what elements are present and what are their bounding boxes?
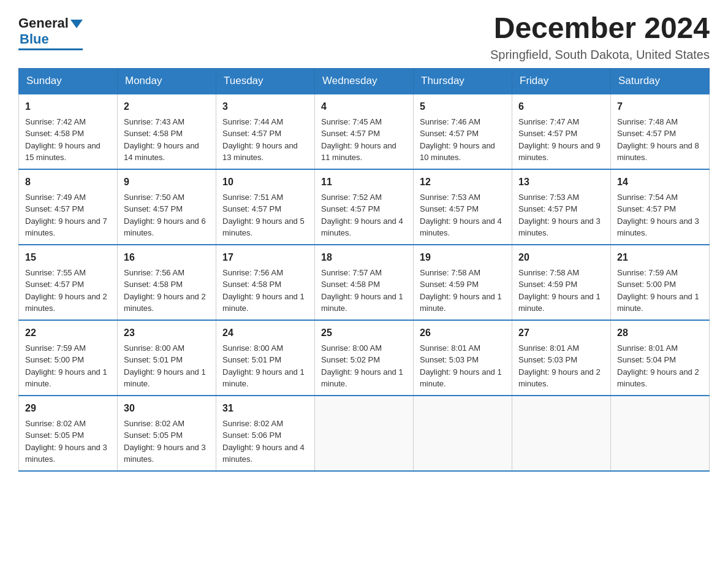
title-section: December 2024 Springfield, South Dakota,… <box>490 12 710 62</box>
table-row <box>414 396 512 471</box>
day-number: 2 <box>124 99 210 114</box>
day-number: 10 <box>222 175 308 190</box>
day-info: Sunrise: 7:49 AMSunset: 4:57 PMDaylight:… <box>25 193 107 238</box>
table-row: 25 Sunrise: 8:00 AMSunset: 5:02 PMDaylig… <box>315 320 414 396</box>
day-number: 29 <box>25 401 111 416</box>
logo: General Blue <box>18 15 83 50</box>
day-info: Sunrise: 7:47 AMSunset: 4:57 PMDaylight:… <box>518 117 601 163</box>
day-number: 9 <box>124 175 210 190</box>
day-info: Sunrise: 8:01 AMSunset: 5:03 PMDaylight:… <box>420 343 502 389</box>
day-info: Sunrise: 7:59 AMSunset: 5:00 PMDaylight:… <box>25 343 107 389</box>
header-saturday: Saturday <box>611 68 710 94</box>
day-info: Sunrise: 7:58 AMSunset: 4:59 PMDaylight:… <box>420 268 502 313</box>
day-info: Sunrise: 7:50 AMSunset: 4:57 PMDaylight:… <box>124 193 206 238</box>
day-number: 19 <box>420 250 506 265</box>
table-row: 7 Sunrise: 7:48 AMSunset: 4:57 PMDayligh… <box>611 94 710 169</box>
location-title: Springfield, South Dakota, United States <box>490 48 710 62</box>
day-info: Sunrise: 7:59 AMSunset: 5:00 PMDaylight:… <box>617 268 699 313</box>
calendar-week-row: 29 Sunrise: 8:02 AMSunset: 5:05 PMDaylig… <box>19 396 710 471</box>
table-row <box>315 396 414 471</box>
calendar-week-row: 15 Sunrise: 7:55 AMSunset: 4:57 PMDaylig… <box>19 245 710 320</box>
day-number: 6 <box>518 99 604 114</box>
day-number: 4 <box>321 99 407 114</box>
day-info: Sunrise: 7:42 AMSunset: 4:58 PMDaylight:… <box>25 117 100 163</box>
month-title: December 2024 <box>490 12 710 45</box>
day-info: Sunrise: 8:00 AMSunset: 5:01 PMDaylight:… <box>222 343 305 389</box>
table-row <box>611 396 710 471</box>
table-row: 29 Sunrise: 8:02 AMSunset: 5:05 PMDaylig… <box>19 396 118 471</box>
table-row: 9 Sunrise: 7:50 AMSunset: 4:57 PMDayligh… <box>118 169 216 245</box>
table-row: 3 Sunrise: 7:44 AMSunset: 4:57 PMDayligh… <box>216 94 315 169</box>
table-row: 6 Sunrise: 7:47 AMSunset: 4:57 PMDayligh… <box>512 94 611 169</box>
table-row: 17 Sunrise: 7:56 AMSunset: 4:58 PMDaylig… <box>216 245 315 320</box>
calendar-week-row: 22 Sunrise: 7:59 AMSunset: 5:00 PMDaylig… <box>19 320 710 396</box>
table-row: 23 Sunrise: 8:00 AMSunset: 5:01 PMDaylig… <box>118 320 216 396</box>
page-header: General Blue December 2024 Springfield, … <box>18 12 710 62</box>
day-info: Sunrise: 8:00 AMSunset: 5:02 PMDaylight:… <box>321 343 403 389</box>
day-number: 13 <box>518 175 604 190</box>
table-row: 26 Sunrise: 8:01 AMSunset: 5:03 PMDaylig… <box>414 320 512 396</box>
day-info: Sunrise: 7:48 AMSunset: 4:57 PMDaylight:… <box>617 117 699 163</box>
table-row: 22 Sunrise: 7:59 AMSunset: 5:00 PMDaylig… <box>19 320 118 396</box>
day-number: 16 <box>124 250 210 265</box>
table-row: 21 Sunrise: 7:59 AMSunset: 5:00 PMDaylig… <box>611 245 710 320</box>
calendar-week-row: 8 Sunrise: 7:49 AMSunset: 4:57 PMDayligh… <box>19 169 710 245</box>
table-row: 16 Sunrise: 7:56 AMSunset: 4:58 PMDaylig… <box>118 245 216 320</box>
header-monday: Monday <box>118 68 216 94</box>
header-thursday: Thursday <box>414 68 512 94</box>
table-row: 14 Sunrise: 7:54 AMSunset: 4:57 PMDaylig… <box>611 169 710 245</box>
table-row: 18 Sunrise: 7:57 AMSunset: 4:58 PMDaylig… <box>315 245 414 320</box>
table-row: 11 Sunrise: 7:52 AMSunset: 4:57 PMDaylig… <box>315 169 414 245</box>
day-number: 24 <box>222 326 308 340</box>
day-info: Sunrise: 7:56 AMSunset: 4:58 PMDaylight:… <box>124 268 206 313</box>
weekday-header-row: Sunday Monday Tuesday Wednesday Thursday… <box>19 68 710 94</box>
calendar-week-row: 1 Sunrise: 7:42 AMSunset: 4:58 PMDayligh… <box>19 94 710 169</box>
day-number: 11 <box>321 175 407 190</box>
logo-general-text: General <box>18 15 69 31</box>
day-info: Sunrise: 7:52 AMSunset: 4:57 PMDaylight:… <box>321 193 403 238</box>
day-number: 27 <box>518 326 604 340</box>
day-info: Sunrise: 7:45 AMSunset: 4:57 PMDaylight:… <box>321 117 396 163</box>
table-row: 28 Sunrise: 8:01 AMSunset: 5:04 PMDaylig… <box>611 320 710 396</box>
day-number: 1 <box>25 99 111 114</box>
calendar-table: Sunday Monday Tuesday Wednesday Thursday… <box>18 68 710 472</box>
table-row: 10 Sunrise: 7:51 AMSunset: 4:57 PMDaylig… <box>216 169 315 245</box>
day-info: Sunrise: 8:02 AMSunset: 5:05 PMDaylight:… <box>124 419 206 464</box>
day-number: 5 <box>420 99 506 114</box>
day-number: 21 <box>617 250 703 265</box>
day-number: 17 <box>222 250 308 265</box>
table-row: 8 Sunrise: 7:49 AMSunset: 4:57 PMDayligh… <box>19 169 118 245</box>
day-number: 14 <box>617 175 703 190</box>
day-info: Sunrise: 8:01 AMSunset: 5:04 PMDaylight:… <box>617 343 699 389</box>
day-number: 3 <box>222 99 308 114</box>
day-number: 28 <box>617 326 703 340</box>
logo-underline <box>18 48 83 50</box>
day-info: Sunrise: 7:43 AMSunset: 4:58 PMDaylight:… <box>124 117 199 163</box>
day-info: Sunrise: 8:00 AMSunset: 5:01 PMDaylight:… <box>124 343 206 389</box>
day-info: Sunrise: 7:46 AMSunset: 4:57 PMDaylight:… <box>420 117 495 163</box>
day-info: Sunrise: 7:54 AMSunset: 4:57 PMDaylight:… <box>617 193 699 238</box>
day-info: Sunrise: 7:58 AMSunset: 4:59 PMDaylight:… <box>518 268 601 313</box>
day-number: 18 <box>321 250 407 265</box>
day-number: 23 <box>124 326 210 340</box>
day-number: 22 <box>25 326 111 340</box>
day-info: Sunrise: 8:02 AMSunset: 5:05 PMDaylight:… <box>25 419 107 464</box>
table-row: 2 Sunrise: 7:43 AMSunset: 4:58 PMDayligh… <box>118 94 216 169</box>
table-row: 5 Sunrise: 7:46 AMSunset: 4:57 PMDayligh… <box>414 94 512 169</box>
day-number: 30 <box>124 401 210 416</box>
day-number: 12 <box>420 175 506 190</box>
logo-blue-text: Blue <box>20 31 49 47</box>
table-row: 19 Sunrise: 7:58 AMSunset: 4:59 PMDaylig… <box>414 245 512 320</box>
table-row: 1 Sunrise: 7:42 AMSunset: 4:58 PMDayligh… <box>19 94 118 169</box>
logo-arrow-icon <box>70 20 83 28</box>
table-row: 15 Sunrise: 7:55 AMSunset: 4:57 PMDaylig… <box>19 245 118 320</box>
table-row: 30 Sunrise: 8:02 AMSunset: 5:05 PMDaylig… <box>118 396 216 471</box>
table-row: 13 Sunrise: 7:53 AMSunset: 4:57 PMDaylig… <box>512 169 611 245</box>
table-row: 31 Sunrise: 8:02 AMSunset: 5:06 PMDaylig… <box>216 396 315 471</box>
header-tuesday: Tuesday <box>216 68 315 94</box>
day-info: Sunrise: 7:44 AMSunset: 4:57 PMDaylight:… <box>222 117 298 163</box>
day-info: Sunrise: 8:01 AMSunset: 5:03 PMDaylight:… <box>518 343 601 389</box>
day-info: Sunrise: 7:56 AMSunset: 4:58 PMDaylight:… <box>222 268 305 313</box>
day-number: 20 <box>518 250 604 265</box>
day-info: Sunrise: 7:57 AMSunset: 4:58 PMDaylight:… <box>321 268 403 313</box>
